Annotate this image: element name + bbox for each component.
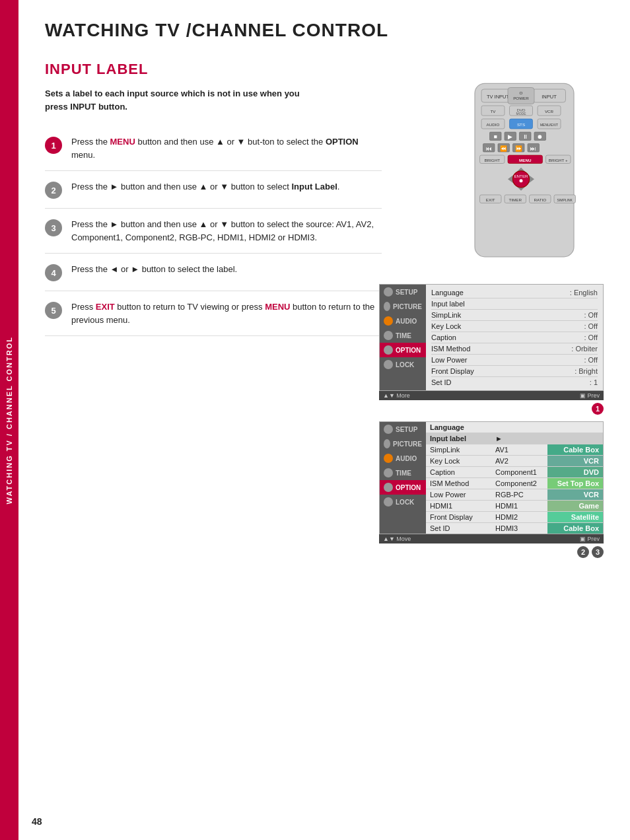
menu1-row-frontdisplay: Front Display : Bright (431, 366, 598, 377)
m2-option-icon (384, 483, 393, 492)
step-number-3: 3 (45, 219, 62, 236)
menu1-bottom-bar: ▲▼ More ▣ Prev (379, 391, 604, 400)
step-text-5: Press EXIT button to return to TV viewin… (71, 300, 382, 326)
svg-text:SIMPLINK: SIMPLINK (557, 198, 573, 202)
menu2-setup: SETUP (380, 422, 426, 437)
menu2-av1: SimpLink AV1 Cable Box (426, 444, 603, 456)
menu2-bottom-bar: ▲▼ Move ▣ Prev (379, 534, 604, 543)
svg-text:RATIO: RATIO (534, 197, 546, 202)
menu2-option: OPTION (380, 480, 426, 495)
menu2-hdmi1: HDMI1 HDMI1 Game (426, 501, 603, 512)
menu1-option: OPTION (380, 343, 426, 357)
svg-text:STS: STS (517, 122, 525, 127)
picture-icon (384, 302, 390, 311)
svg-text:POWER: POWER (513, 96, 529, 100)
step-number-4: 4 (45, 264, 62, 281)
menu2-rgbpc: Low Power RGB-PC VCR (426, 489, 603, 501)
menu2-picture: PICTURE (380, 437, 426, 451)
sidebar: WATCHING TV / CHANNEL CONTROL (0, 0, 18, 840)
m2-audio-icon (384, 454, 393, 463)
setup-icon (384, 287, 393, 297)
remote-control-image: TV INPUT INPUT O POWER TV DVD MODE VCR A… (458, 79, 590, 261)
menu1-setup: SETUP (380, 285, 426, 299)
step-3: 3 Press the ► button and then use ▲ or ▼… (45, 209, 382, 254)
menu1-right: Language : English Input label SimpLink … (426, 285, 603, 390)
menu1-row-simplink: SimpLink : Off (431, 310, 598, 321)
svg-text:INPUT: INPUT (542, 94, 557, 100)
step-5: 5 Press EXIT button to return to TV view… (45, 291, 382, 336)
marker-2: 2 (577, 546, 589, 558)
menu1-picture: PICTURE (380, 299, 426, 314)
menu2-av2: Key Lock AV2 VCR (426, 456, 603, 467)
step-number-1: 1 (45, 137, 62, 154)
m2-picture-icon (384, 439, 390, 448)
menu2-markers: 2 3 (379, 546, 604, 558)
page-number: 48 (18, 816, 42, 827)
svg-text:BRIGHT +: BRIGHT + (549, 158, 568, 162)
menu2-audio: AUDIO (380, 451, 426, 466)
audio-icon (384, 316, 393, 326)
page-title: WATCHING TV /CHANNEL CONTROL (45, 20, 604, 41)
marker-1: 1 (592, 403, 604, 415)
menu2-hdmi2: Front Display HDMI2 Satellite (426, 512, 603, 523)
menu1-row-setid: Set ID : 1 (431, 377, 598, 388)
svg-text:⏸: ⏸ (522, 133, 528, 140)
menu2-header: Language (426, 422, 603, 433)
svg-text:■: ■ (494, 133, 497, 140)
step-text-2: Press the ► button and then use ▲ or ▼ b… (71, 180, 339, 193)
svg-text:TV INPUT: TV INPUT (487, 94, 510, 100)
time-icon (384, 331, 393, 340)
menu1-row-keylock: Key Lock : Off (431, 321, 598, 332)
svg-text:⏪: ⏪ (500, 145, 507, 153)
step-text-4: Press the ◄ or ► button to select the la… (71, 263, 237, 276)
menu2-component1: Caption Component1 DVD (426, 467, 603, 478)
step-1: 1 Press the MENU button and then use ▲ o… (45, 126, 382, 171)
svg-text:⏭: ⏭ (530, 145, 536, 152)
lock-icon (384, 360, 393, 369)
menu1-audio: AUDIO (380, 314, 426, 328)
menu1-row-ism: ISM Method : Orbiter (431, 343, 598, 355)
svg-text:EXIT: EXIT (486, 197, 495, 202)
svg-text:TIMER: TIMER (509, 197, 522, 202)
svg-text:O: O (520, 90, 523, 95)
menu1-lock: LOCK (380, 357, 426, 372)
svg-text:⏩: ⏩ (515, 145, 522, 153)
option-icon (384, 345, 393, 355)
svg-text:TV: TV (491, 109, 497, 114)
menu1-left: SETUP PICTURE AUDIO TIME (380, 285, 426, 390)
section-title: INPUT LABEL (45, 61, 604, 78)
svg-text:VCR: VCR (545, 109, 554, 114)
step-number-5: 5 (45, 302, 62, 319)
m2-setup-icon (384, 425, 393, 434)
menu2-time: TIME (380, 466, 426, 480)
menu1-container: SETUP PICTURE AUDIO TIME (379, 284, 604, 415)
menu1-time: TIME (380, 328, 426, 343)
menu1-row-lowpower: Low Power : Off (431, 355, 598, 366)
step-2: 2 Press the ► button and then use ▲ or ▼… (45, 171, 382, 209)
menu2-lock: LOCK (380, 495, 426, 509)
step-text-1: Press the MENU button and then use ▲ or … (71, 135, 382, 161)
menu2-container: SETUP PICTURE AUDIO TIME (379, 421, 604, 558)
svg-text:AUDIO: AUDIO (487, 122, 500, 127)
menu1-row-language: Language : English (431, 287, 598, 298)
menu2-left: SETUP PICTURE AUDIO TIME (380, 422, 426, 534)
m2-lock-icon (384, 497, 393, 507)
menu1: SETUP PICTURE AUDIO TIME (379, 284, 604, 391)
m2-time-icon (384, 468, 393, 477)
svg-text:BRIGHT: BRIGHT (484, 158, 500, 162)
main-content: WATCHING TV /CHANNEL CONTROL INPUT LABEL… (18, 0, 630, 363)
menu2-row-inputlabel: Input label ► (426, 433, 603, 444)
step-4: 4 Press the ◄ or ► button to select the … (45, 254, 382, 291)
svg-point-49 (520, 179, 523, 182)
marker-3: 3 (592, 546, 604, 558)
svg-text:▶: ▶ (508, 133, 512, 140)
svg-text:MENU: MENU (519, 158, 532, 162)
menu2-hdmi3: Set ID HDMI3 Cable Box (426, 523, 603, 534)
svg-text:⏺: ⏺ (537, 133, 543, 140)
menu2-right: Language Input label ► SimpLink AV1 Cabl… (426, 422, 603, 534)
step-text-3: Press the ► button and then use ▲ or ▼ b… (71, 218, 382, 244)
steps-container: 1 Press the MENU button and then use ▲ o… (45, 126, 382, 336)
svg-text:MODE: MODE (516, 112, 527, 116)
svg-text:⏮: ⏮ (486, 145, 492, 152)
menu1-markers: 1 (379, 403, 604, 415)
